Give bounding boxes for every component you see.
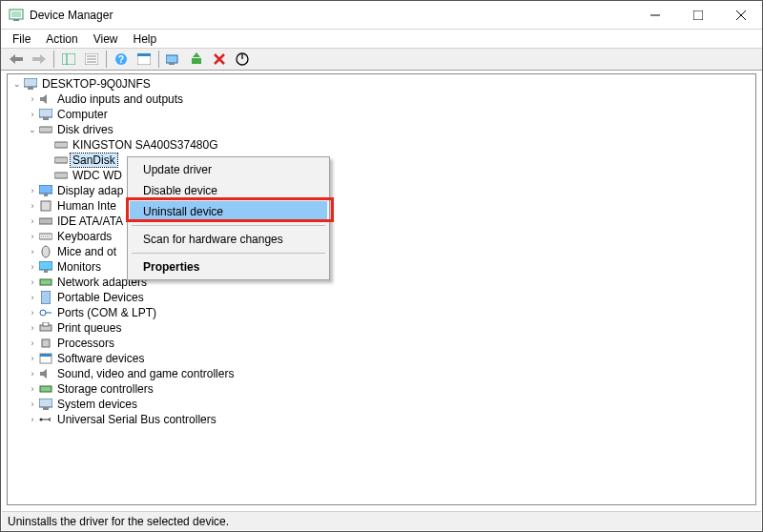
tree-category[interactable]: ›Software devices <box>8 351 755 366</box>
expand-icon[interactable]: › <box>27 415 38 424</box>
disk-icon <box>53 168 69 183</box>
expand-icon[interactable]: › <box>27 399 38 409</box>
svg-rect-18 <box>192 58 201 64</box>
back-button[interactable] <box>6 50 27 69</box>
expand-icon[interactable]: › <box>27 293 38 302</box>
tree-category[interactable]: ›Human Inte <box>8 198 755 214</box>
expand-icon[interactable]: › <box>27 308 38 317</box>
tree-category[interactable]: ›Universal Serial Bus controllers <box>8 412 755 427</box>
expand-icon[interactable]: › <box>27 323 38 333</box>
uninstall-button[interactable] <box>209 50 230 69</box>
tree-category[interactable]: ›Portable Devices <box>8 290 755 305</box>
tree-root[interactable]: ⌄ DESKTOP-9Q0JNFS <box>8 76 755 92</box>
tree-category[interactable]: ›System devices <box>8 397 755 412</box>
collapse-icon[interactable]: ⌄ <box>27 125 38 134</box>
toolbar: ? <box>1 48 762 71</box>
tree-device-selected[interactable]: SanDisk <box>8 153 755 168</box>
status-text: Uninstalls the driver for the selected d… <box>8 515 229 528</box>
svg-rect-1 <box>13 19 19 21</box>
svg-rect-27 <box>54 142 68 148</box>
tree-category-disk[interactable]: ⌄Disk drives <box>8 122 755 137</box>
menu-help[interactable]: Help <box>126 31 165 47</box>
tree-category[interactable]: ›Keyboards <box>8 229 755 244</box>
help-button[interactable]: ? <box>111 50 132 69</box>
svg-rect-31 <box>44 194 48 196</box>
expand-icon[interactable]: › <box>27 94 38 104</box>
expand-icon[interactable]: › <box>27 110 38 119</box>
tree-device[interactable]: WDC WD <box>8 168 755 183</box>
maximize-button[interactable] <box>676 1 719 29</box>
expand-icon[interactable]: › <box>27 384 38 394</box>
close-button[interactable] <box>719 1 762 29</box>
tree-category[interactable]: ›Processors <box>8 336 755 351</box>
tree-category[interactable]: ›Print queues <box>8 320 755 336</box>
expand-icon[interactable]: › <box>27 201 38 211</box>
disk-icon <box>53 137 69 153</box>
expand-icon[interactable]: › <box>27 338 38 348</box>
device-tree[interactable]: ⌄ DESKTOP-9Q0JNFS ›Audio inputs and outp… <box>8 74 755 429</box>
menu-action[interactable]: Action <box>38 31 85 47</box>
expand-icon[interactable]: › <box>27 277 38 287</box>
disable-button[interactable] <box>232 50 253 69</box>
svg-rect-25 <box>43 117 49 120</box>
menu-file[interactable]: File <box>5 31 38 47</box>
expand-icon[interactable]: › <box>27 216 38 226</box>
tree-category[interactable]: ›Audio inputs and outputs <box>8 92 755 107</box>
cpu-icon <box>38 336 53 351</box>
update-driver-button[interactable] <box>186 50 207 69</box>
svg-text:?: ? <box>118 54 124 65</box>
expand-icon[interactable]: › <box>27 262 38 272</box>
tree-category[interactable]: ›Sound, video and game controllers <box>8 366 755 381</box>
svg-rect-48 <box>39 399 52 407</box>
expand-icon[interactable]: › <box>27 232 38 241</box>
tree-label: Ports (COM & LPT) <box>55 306 158 319</box>
tree-category[interactable]: ›Display adap <box>8 183 755 198</box>
menu-view[interactable]: View <box>86 31 126 47</box>
action-button[interactable] <box>134 50 155 69</box>
printer-icon <box>38 320 53 336</box>
context-uninstall-device[interactable]: Uninstall device <box>130 201 327 222</box>
svg-rect-17 <box>169 63 175 65</box>
svg-rect-38 <box>44 270 48 273</box>
display-icon <box>38 183 53 198</box>
svg-rect-40 <box>41 291 51 304</box>
expand-icon[interactable]: ⌄ <box>11 79 23 89</box>
usb-icon <box>38 412 53 427</box>
context-disable-device[interactable]: Disable device <box>130 180 327 201</box>
tree-device[interactable]: KINGSTON SA400S37480G <box>8 137 755 153</box>
menu-item-label: Scan for hardware changes <box>143 233 283 246</box>
expand-icon[interactable]: › <box>27 247 38 256</box>
tree-label: Display adap <box>55 184 125 197</box>
tree-category[interactable]: ›Computer <box>8 107 755 122</box>
svg-rect-22 <box>24 78 37 87</box>
port-icon <box>38 305 53 320</box>
properties-button[interactable] <box>81 50 102 69</box>
tree-category[interactable]: ›Ports (COM & LPT) <box>8 305 755 320</box>
tree-label: Universal Serial Bus controllers <box>55 413 218 426</box>
tree-label: Sound, video and game controllers <box>55 367 236 380</box>
context-scan-hardware[interactable]: Scan for hardware changes <box>130 229 327 250</box>
svg-point-50 <box>40 419 43 421</box>
svg-point-36 <box>42 246 50 257</box>
show-hide-console-button[interactable] <box>58 50 79 69</box>
disk-icon <box>38 122 53 137</box>
tree-category[interactable]: ›IDE ATA/ATA <box>8 214 755 229</box>
svg-point-41 <box>40 310 46 316</box>
svg-rect-29 <box>54 173 68 178</box>
context-properties[interactable]: Properties <box>130 256 327 277</box>
tree-category[interactable]: ›Mice and ot <box>8 244 755 259</box>
minimize-button[interactable] <box>633 1 676 29</box>
scan-hardware-button[interactable] <box>163 50 184 69</box>
svg-rect-30 <box>39 185 52 194</box>
context-update-driver[interactable]: Update driver <box>130 159 327 180</box>
system-icon <box>38 397 53 412</box>
tree-label: Human Inte <box>55 199 118 213</box>
tree-category[interactable]: ›Storage controllers <box>8 381 755 397</box>
monitor-icon <box>38 259 53 275</box>
forward-button[interactable] <box>29 50 50 69</box>
tree-category[interactable]: ›Monitors <box>8 259 755 275</box>
tree-category[interactable]: ›Network adapters <box>8 275 755 290</box>
expand-icon[interactable]: › <box>27 354 38 363</box>
expand-icon[interactable]: › <box>27 369 38 379</box>
expand-icon[interactable]: › <box>27 186 38 195</box>
